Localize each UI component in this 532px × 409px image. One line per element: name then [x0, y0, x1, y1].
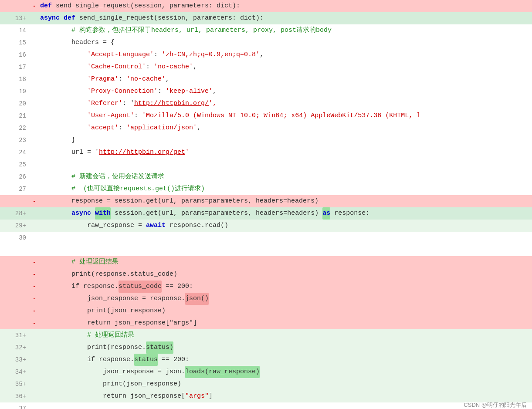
code-line: 29+ raw_response = await response.read()	[0, 220, 532, 232]
line-sign	[30, 110, 38, 122]
line-sign	[30, 244, 38, 256]
line-number: 29+	[0, 220, 30, 232]
line-number	[0, 195, 30, 207]
code-token: 'Accept-Language'	[87, 49, 154, 61]
line-sign	[30, 61, 38, 73]
line-content: # 处理返回结果	[38, 329, 532, 341]
code-token	[40, 207, 71, 220]
code-token: status_code	[119, 281, 162, 293]
line-content: if response.status_code == 200:	[38, 281, 532, 293]
code-token: 'Referer'	[87, 98, 122, 110]
line-content: # 新建会话，使用会话发送请求	[38, 171, 532, 183]
line-sign	[30, 171, 38, 183]
code-token: response:	[330, 207, 369, 220]
code-token	[40, 24, 71, 37]
line-sign	[30, 12, 38, 24]
code-token: if response.	[40, 281, 119, 293]
code-line: 18 'Pragma': 'no-cache',	[0, 73, 532, 85]
line-sign: -	[30, 256, 38, 268]
line-content: 'accept': 'application/json',	[38, 122, 532, 134]
line-content: }	[38, 134, 532, 146]
code-token: # 处理返回结果	[40, 256, 119, 268]
code-line: 14 # 构造参数，包括但不限于headers, url, parameters…	[0, 24, 532, 37]
line-number: 19	[0, 85, 30, 98]
code-token	[40, 110, 87, 122]
code-token: json_response = response.	[40, 293, 185, 305]
line-content: print(response.status)	[38, 341, 532, 354]
code-token: 'Proxy-Connection'	[87, 85, 158, 98]
line-content: 'User-Agent': 'Mozilla/5.0 (Windows NT 1…	[38, 110, 532, 122]
code-token: print(json_response)	[40, 305, 166, 317]
code-token: :	[146, 61, 154, 73]
code-line: 20 'Referer': 'http://httpbin.org/',	[0, 98, 532, 110]
code-line: 35+ print(json_response)	[0, 378, 532, 390]
line-content: 'Proxy-Connection': 'keep-alive',	[38, 85, 532, 98]
code-token: :	[119, 122, 126, 134]
line-sign	[30, 134, 38, 146]
code-token: ',	[209, 98, 217, 110]
code-token	[40, 98, 87, 110]
code-token: 'keep-alive'	[166, 85, 213, 98]
line-content: # 构造参数，包括但不限于headers, url, parameters, p…	[38, 24, 532, 37]
code-token: loads(raw_response)	[185, 366, 260, 378]
code-line: 19 'Proxy-Connection': 'keep-alive',	[0, 85, 532, 98]
line-number: 20	[0, 98, 30, 110]
line-content: json_response = json.loads(raw_response)	[38, 366, 532, 378]
line-sign	[30, 378, 38, 390]
line-content: print(json_response)	[38, 378, 532, 390]
code-token: json()	[185, 293, 209, 305]
line-content: return json_response["args"]	[38, 317, 532, 329]
code-token: status	[134, 354, 158, 366]
line-number: 27	[0, 183, 30, 195]
code-token: "args"	[185, 390, 209, 402]
line-content: 'Referer': 'http://httpbin.org/',	[38, 98, 532, 110]
code-token: == 200:	[158, 354, 189, 366]
code-token: status)	[146, 341, 173, 354]
line-content	[38, 402, 532, 409]
line-content	[38, 159, 532, 171]
code-token: # 新建会话，使用会话发送请求	[71, 171, 164, 183]
code-token: if response.	[40, 354, 134, 366]
line-sign: -	[30, 281, 38, 293]
line-number: 37	[0, 402, 30, 409]
code-line: - json_response = response.json()	[0, 293, 532, 305]
line-sign	[30, 390, 38, 402]
code-line: 15 headers = {	[0, 37, 532, 49]
code-token: 'no-cache'	[126, 73, 166, 85]
code-token: return json_response[	[40, 390, 185, 402]
code-line: - if response.status_code == 200:	[0, 281, 532, 293]
code-token: print(response.status_code)	[40, 268, 177, 281]
code-token: raw_response =	[40, 220, 146, 232]
line-number: 22	[0, 122, 30, 134]
code-token: 'zh-CN,zh;q=0.9,en;q=0.8'	[162, 49, 260, 61]
code-token: session.get(url, params=parameters, head…	[111, 207, 322, 220]
line-content: 'Cache-Control': 'no-cache',	[38, 61, 532, 73]
code-line: 28+ async with session.get(url, params=p…	[0, 207, 532, 220]
line-number: 33+	[0, 354, 30, 366]
code-token: url = '	[40, 146, 99, 159]
code-token: 'User-Agent'	[87, 110, 134, 122]
line-sign	[30, 232, 38, 244]
line-sign: -	[30, 0, 38, 12]
code-line: - print(response.status_code)	[0, 268, 532, 281]
code-line: 31+ # 处理返回结果	[0, 329, 532, 341]
code-line: - # 处理返回结果	[0, 256, 532, 268]
line-sign	[30, 122, 38, 134]
line-number: 17	[0, 61, 30, 73]
line-content: # 处理返回结果	[38, 256, 532, 268]
line-number: 25	[0, 159, 30, 171]
code-token: return json_response["args"]	[40, 317, 197, 329]
code-line: 37	[0, 402, 532, 409]
code-token: == 200:	[162, 281, 193, 293]
line-number: 28+	[0, 207, 30, 220]
code-line: 25	[0, 159, 532, 171]
line-sign	[30, 73, 38, 85]
line-sign	[30, 98, 38, 110]
code-line: -def send_single_request(session, parame…	[0, 0, 532, 12]
code-token	[40, 183, 71, 195]
code-token: ,	[260, 49, 264, 61]
code-line: - response = session.get(url, params=par…	[0, 195, 532, 207]
code-token	[40, 85, 87, 98]
code-line: 30	[0, 232, 532, 244]
code-token: http://httpbin.org/get	[99, 146, 185, 159]
